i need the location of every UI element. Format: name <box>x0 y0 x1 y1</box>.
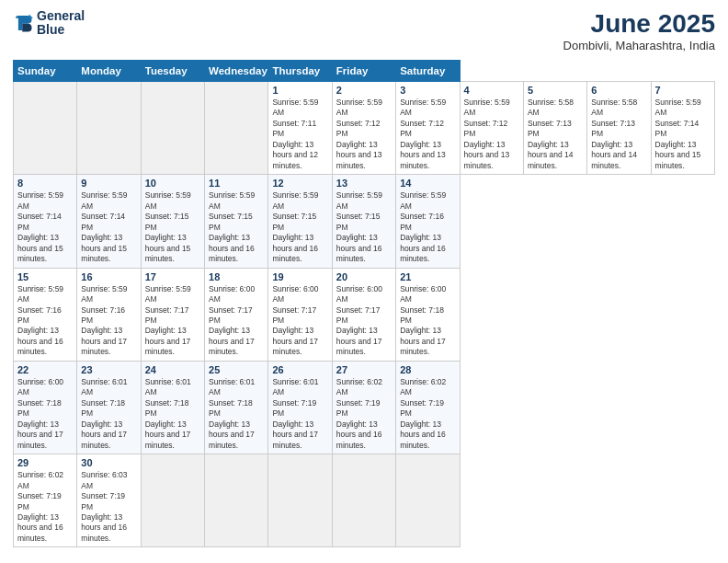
logo-text: General Blue <box>37 9 85 38</box>
day-number: 15 <box>17 271 73 282</box>
table-row <box>396 454 460 547</box>
table-row <box>141 82 204 175</box>
cell-details: Sunrise: 5:59 AM Sunset: 7:16 PM Dayligh… <box>400 190 455 264</box>
day-number: 7 <box>655 85 711 96</box>
table-row <box>77 82 141 175</box>
cell-details: Sunrise: 5:59 AM Sunset: 7:15 PM Dayligh… <box>145 190 200 264</box>
day-number: 29 <box>17 457 73 468</box>
table-row: 1Sunrise: 5:59 AM Sunset: 7:11 PM Daylig… <box>268 82 332 175</box>
logo-line2: Blue <box>37 23 85 37</box>
table-row: 22Sunrise: 6:00 AM Sunset: 7:18 PM Dayli… <box>14 361 77 454</box>
day-number: 30 <box>81 457 136 468</box>
logo-icon <box>13 13 33 33</box>
day-number: 11 <box>209 178 264 189</box>
table-row: 3Sunrise: 5:59 AM Sunset: 7:12 PM Daylig… <box>396 82 460 175</box>
table-row: 9Sunrise: 5:59 AM Sunset: 7:14 PM Daylig… <box>77 175 141 268</box>
cell-details: Sunrise: 6:01 AM Sunset: 7:18 PM Dayligh… <box>209 377 264 451</box>
cell-details: Sunrise: 5:59 AM Sunset: 7:14 PM Dayligh… <box>81 190 136 264</box>
table-row: 5Sunrise: 5:58 AM Sunset: 7:13 PM Daylig… <box>523 82 586 175</box>
day-number: 25 <box>209 364 264 375</box>
table-row: 15Sunrise: 5:59 AM Sunset: 7:16 PM Dayli… <box>14 268 77 361</box>
table-row: 12Sunrise: 5:59 AM Sunset: 7:15 PM Dayli… <box>268 175 332 268</box>
table-row: 16Sunrise: 5:59 AM Sunset: 7:16 PM Dayli… <box>77 268 141 361</box>
calendar-week-row: 15Sunrise: 5:59 AM Sunset: 7:16 PM Dayli… <box>14 268 715 361</box>
month-title: June 2025 <box>563 9 715 39</box>
table-row: 7Sunrise: 5:59 AM Sunset: 7:14 PM Daylig… <box>651 82 714 175</box>
table-row: 17Sunrise: 5:59 AM Sunset: 7:17 PM Dayli… <box>141 268 204 361</box>
calendar-week-row: 22Sunrise: 6:00 AM Sunset: 7:18 PM Dayli… <box>14 361 715 454</box>
cell-details: Sunrise: 6:01 AM Sunset: 7:18 PM Dayligh… <box>145 377 200 451</box>
location: Dombivli, Maharashtra, India <box>563 39 715 52</box>
table-row: 23Sunrise: 6:01 AM Sunset: 7:18 PM Dayli… <box>77 361 141 454</box>
cell-details: Sunrise: 6:00 AM Sunset: 7:17 PM Dayligh… <box>209 284 264 358</box>
day-number: 13 <box>336 178 392 189</box>
table-row: 10Sunrise: 5:59 AM Sunset: 7:15 PM Dayli… <box>141 175 204 268</box>
table-row: 25Sunrise: 6:01 AM Sunset: 7:18 PM Dayli… <box>205 361 268 454</box>
day-number: 6 <box>591 85 646 96</box>
cell-details: Sunrise: 5:59 AM Sunset: 7:16 PM Dayligh… <box>17 284 73 358</box>
title-area: June 2025 Dombivli, Maharashtra, India <box>563 9 715 52</box>
cell-details: Sunrise: 6:00 AM Sunset: 7:18 PM Dayligh… <box>17 377 73 451</box>
col-sunday: Sunday <box>14 61 77 82</box>
table-row: 28Sunrise: 6:02 AM Sunset: 7:19 PM Dayli… <box>396 361 460 454</box>
day-number: 1 <box>272 85 327 96</box>
day-number: 9 <box>81 178 136 189</box>
day-number: 22 <box>17 364 73 375</box>
day-number: 21 <box>400 271 455 282</box>
day-number: 5 <box>528 85 583 96</box>
table-row: 20Sunrise: 6:00 AM Sunset: 7:17 PM Dayli… <box>332 268 395 361</box>
cell-details: Sunrise: 5:59 AM Sunset: 7:16 PM Dayligh… <box>81 284 136 358</box>
table-row: 30Sunrise: 6:03 AM Sunset: 7:19 PM Dayli… <box>77 454 141 547</box>
calendar-page: General Blue June 2025 Dombivli, Maharas… <box>0 0 728 563</box>
table-row <box>141 454 204 547</box>
table-row <box>268 454 332 547</box>
table-row: 26Sunrise: 6:01 AM Sunset: 7:19 PM Dayli… <box>268 361 332 454</box>
day-number: 4 <box>464 85 519 96</box>
day-number: 28 <box>400 364 455 375</box>
table-row: 14Sunrise: 5:59 AM Sunset: 7:16 PM Dayli… <box>396 175 460 268</box>
day-number: 10 <box>145 178 200 189</box>
day-number: 20 <box>336 271 392 282</box>
cell-details: Sunrise: 6:01 AM Sunset: 7:19 PM Dayligh… <box>272 377 327 451</box>
calendar-week-row: 8Sunrise: 5:59 AM Sunset: 7:14 PM Daylig… <box>14 175 715 268</box>
calendar-week-row: 1Sunrise: 5:59 AM Sunset: 7:11 PM Daylig… <box>14 82 715 175</box>
col-thursday: Thursday <box>268 61 332 82</box>
table-row: 6Sunrise: 5:58 AM Sunset: 7:13 PM Daylig… <box>587 82 651 175</box>
cell-details: Sunrise: 5:59 AM Sunset: 7:14 PM Dayligh… <box>17 190 73 264</box>
cell-details: Sunrise: 5:59 AM Sunset: 7:11 PM Dayligh… <box>272 98 327 171</box>
day-number: 26 <box>272 364 327 375</box>
table-row: 8Sunrise: 5:59 AM Sunset: 7:14 PM Daylig… <box>14 175 77 268</box>
cell-details: Sunrise: 5:59 AM Sunset: 7:12 PM Dayligh… <box>400 98 455 171</box>
table-row: 27Sunrise: 6:02 AM Sunset: 7:19 PM Dayli… <box>332 361 395 454</box>
cell-details: Sunrise: 5:59 AM Sunset: 7:17 PM Dayligh… <box>145 284 200 358</box>
cell-details: Sunrise: 5:58 AM Sunset: 7:13 PM Dayligh… <box>591 98 646 171</box>
day-number: 19 <box>272 271 327 282</box>
cell-details: Sunrise: 6:01 AM Sunset: 7:18 PM Dayligh… <box>81 377 136 451</box>
cell-details: Sunrise: 6:03 AM Sunset: 7:19 PM Dayligh… <box>81 470 136 544</box>
table-row <box>332 454 395 547</box>
table-row: 13Sunrise: 5:59 AM Sunset: 7:15 PM Dayli… <box>332 175 395 268</box>
table-row: 19Sunrise: 6:00 AM Sunset: 7:17 PM Dayli… <box>268 268 332 361</box>
calendar-week-row: 29Sunrise: 6:02 AM Sunset: 7:19 PM Dayli… <box>14 454 715 547</box>
col-tuesday: Tuesday <box>141 61 204 82</box>
table-row: 29Sunrise: 6:02 AM Sunset: 7:19 PM Dayli… <box>14 454 77 547</box>
cell-details: Sunrise: 6:00 AM Sunset: 7:17 PM Dayligh… <box>336 284 392 358</box>
table-row <box>205 82 268 175</box>
cell-details: Sunrise: 5:59 AM Sunset: 7:15 PM Dayligh… <box>272 190 327 264</box>
table-row: 24Sunrise: 6:01 AM Sunset: 7:18 PM Dayli… <box>141 361 204 454</box>
calendar-table: Sunday Monday Tuesday Wednesday Thursday… <box>13 60 715 547</box>
table-row <box>205 454 268 547</box>
col-friday: Friday <box>332 61 395 82</box>
cell-details: Sunrise: 6:00 AM Sunset: 7:18 PM Dayligh… <box>400 284 455 358</box>
col-wednesday: Wednesday <box>205 61 268 82</box>
cell-details: Sunrise: 6:02 AM Sunset: 7:19 PM Dayligh… <box>17 470 73 544</box>
table-row: 2Sunrise: 5:59 AM Sunset: 7:12 PM Daylig… <box>332 82 395 175</box>
cell-details: Sunrise: 5:59 AM Sunset: 7:15 PM Dayligh… <box>209 190 264 264</box>
day-number: 12 <box>272 178 327 189</box>
cell-details: Sunrise: 5:59 AM Sunset: 7:14 PM Dayligh… <box>655 98 711 171</box>
day-number: 27 <box>336 364 392 375</box>
day-number: 23 <box>81 364 136 375</box>
col-monday: Monday <box>77 61 141 82</box>
cell-details: Sunrise: 5:58 AM Sunset: 7:13 PM Dayligh… <box>528 98 583 171</box>
cell-details: Sunrise: 6:00 AM Sunset: 7:17 PM Dayligh… <box>272 284 327 358</box>
